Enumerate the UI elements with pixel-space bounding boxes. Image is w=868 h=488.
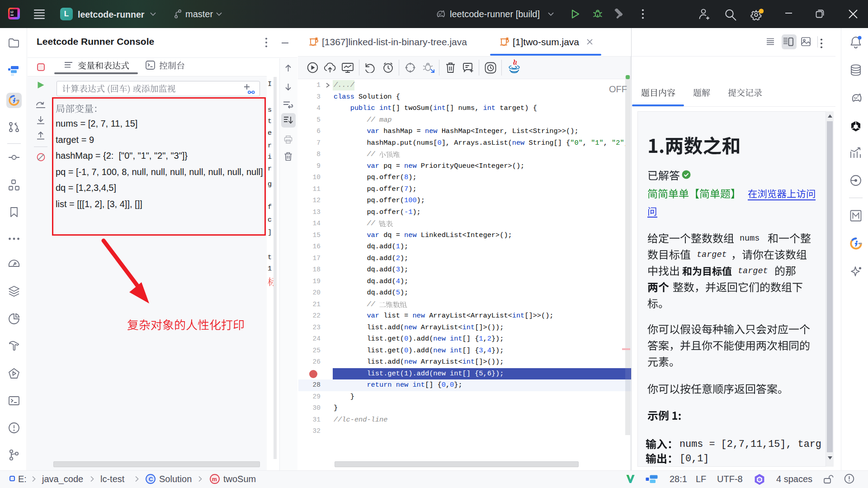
svg-text:IJ: IJ	[11, 10, 14, 14]
svg-text:m: m	[212, 476, 217, 483]
svg-text:C: C	[149, 476, 153, 483]
